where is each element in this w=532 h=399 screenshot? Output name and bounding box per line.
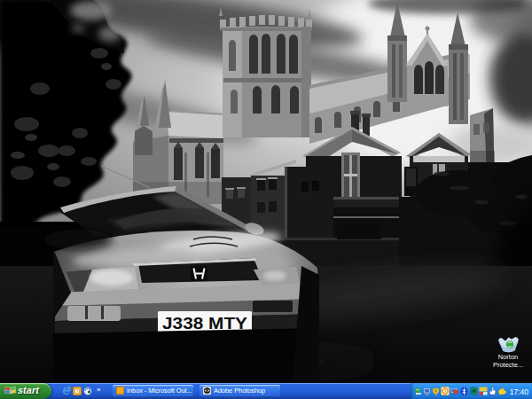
svg-text:Norton: Norton — [498, 353, 519, 361]
svg-text:J338 MTY: J338 MTY — [162, 314, 247, 332]
svg-text:Protecte...: Protecte... — [493, 361, 523, 369]
